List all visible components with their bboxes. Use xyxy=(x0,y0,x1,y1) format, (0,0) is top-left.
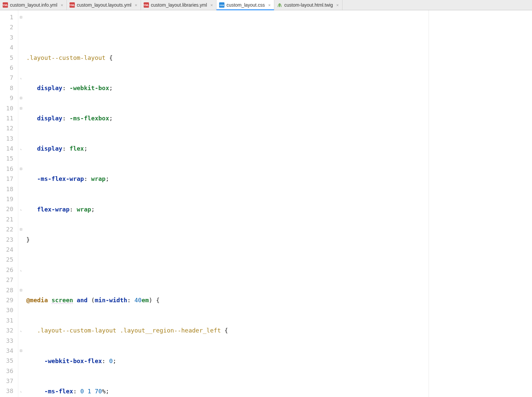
line-number: 27 xyxy=(0,275,13,285)
close-icon[interactable]: × xyxy=(268,3,271,8)
line-number: 26 xyxy=(0,265,13,275)
tab-label: custom-layout.html.twig xyxy=(284,2,333,8)
fold-marker[interactable]: ⊟ xyxy=(18,285,24,295)
line-number: 32 xyxy=(0,326,13,335)
fold-marker xyxy=(18,376,24,386)
line-number: 37 xyxy=(0,376,13,386)
fold-marker xyxy=(18,235,24,245)
fold-marker xyxy=(18,336,24,346)
fold-marker xyxy=(18,113,24,123)
fold-marker xyxy=(18,22,24,32)
line-number: 31 xyxy=(0,316,13,326)
code-area[interactable]: .layout--custom-layout { display: -webki… xyxy=(24,10,532,397)
line-number: 21 xyxy=(0,214,13,224)
tab-layouts-yml[interactable]: YML custom_layout.layouts.yml × xyxy=(67,0,141,10)
line-number: 17 xyxy=(0,174,13,184)
fold-marker[interactable]: ⌞ xyxy=(18,204,24,214)
right-margin-guide xyxy=(429,10,429,397)
fold-marker[interactable]: ⊟ xyxy=(18,12,24,22)
tab-label: custom_layout.layouts.yml xyxy=(77,2,131,8)
line-number-gutter: 1234567891011121314151617181920212223242… xyxy=(0,10,18,397)
close-icon[interactable]: × xyxy=(135,3,137,8)
code-line: .layout--custom-layout { xyxy=(26,53,532,63)
code-editor[interactable]: 1234567891011121314151617181920212223242… xyxy=(0,10,532,397)
line-number: 10 xyxy=(0,103,13,113)
fold-marker xyxy=(18,214,24,224)
line-number: 13 xyxy=(0,134,13,144)
fold-marker[interactable]: ⌞ xyxy=(18,265,24,275)
fold-marker xyxy=(18,83,24,93)
fold-marker xyxy=(18,255,24,265)
code-line: display: flex; xyxy=(26,144,532,154)
code-line: -ms-flex: 0 1 70%; xyxy=(26,386,532,396)
fold-marker[interactable]: ⌞ xyxy=(18,144,24,154)
code-line: -webkit-box-flex: 0; xyxy=(26,356,532,366)
fold-marker[interactable]: ⊟ xyxy=(18,103,24,113)
twig-file-icon xyxy=(277,2,282,8)
line-number: 2 xyxy=(0,22,13,32)
line-number: 36 xyxy=(0,366,13,376)
line-number: 9 xyxy=(0,93,13,103)
css-file-icon: css xyxy=(219,2,224,8)
line-number: 14 xyxy=(0,144,13,154)
fold-marker[interactable]: ⊟ xyxy=(18,224,24,234)
fold-marker[interactable]: ⌞ xyxy=(18,73,24,83)
fold-marker[interactable]: ⊟ xyxy=(18,164,24,174)
fold-marker[interactable]: ⊟ xyxy=(18,93,24,103)
yml-file-icon: YML xyxy=(69,2,75,8)
close-icon[interactable]: × xyxy=(336,3,339,8)
editor-tabs-bar: YML custom_layout.info.yml × YML custom_… xyxy=(0,0,532,10)
fold-marker xyxy=(18,356,24,366)
fold-marker[interactable]: ⊟ xyxy=(18,346,24,356)
line-number: 24 xyxy=(0,245,13,255)
fold-marker xyxy=(18,295,24,305)
line-number: 15 xyxy=(0,154,13,164)
fold-marker xyxy=(18,63,24,73)
yml-file-icon: YML xyxy=(144,2,149,8)
fold-column: ⊟⌞⊟⊟⌞⊟⌞⊟⌞⊟⌞⊟⌞ xyxy=(18,10,24,397)
line-number: 29 xyxy=(0,295,13,305)
fold-marker xyxy=(18,275,24,285)
line-number: 16 xyxy=(0,164,13,174)
tab-info-yml[interactable]: YML custom_layout.info.yml × xyxy=(0,0,67,10)
close-icon[interactable]: × xyxy=(61,3,63,8)
fold-marker xyxy=(18,194,24,204)
line-number: 5 xyxy=(0,53,13,63)
code-line: display: -webkit-box; xyxy=(26,83,532,93)
code-line: -ms-flex-wrap: wrap; xyxy=(26,174,532,184)
fold-marker xyxy=(18,245,24,255)
fold-marker xyxy=(18,123,24,133)
line-number: 22 xyxy=(0,224,13,234)
tab-libraries-yml[interactable]: YML custom_layout.libraries.yml × xyxy=(141,0,216,10)
line-number: 33 xyxy=(0,336,13,346)
line-number: 30 xyxy=(0,305,13,315)
line-number: 28 xyxy=(0,285,13,295)
close-icon[interactable]: × xyxy=(210,3,213,8)
line-number: 1 xyxy=(0,12,13,22)
line-number: 12 xyxy=(0,123,13,133)
tab-label: custom_layout.info.yml xyxy=(10,2,57,8)
line-number: 20 xyxy=(0,204,13,214)
code-line: flex-wrap: wrap; xyxy=(26,204,532,214)
fold-marker xyxy=(18,184,24,194)
code-line: display: -ms-flexbox; xyxy=(26,113,532,123)
line-number: 18 xyxy=(0,184,13,194)
fold-marker xyxy=(18,33,24,43)
fold-marker xyxy=(18,134,24,144)
line-number: 3 xyxy=(0,33,13,43)
fold-marker xyxy=(18,53,24,63)
fold-marker[interactable]: ⌞ xyxy=(18,386,24,396)
line-number: 25 xyxy=(0,255,13,265)
tab-twig[interactable]: custom-layout.html.twig × xyxy=(274,0,342,10)
line-number: 19 xyxy=(0,194,13,204)
fold-marker[interactable]: ⌞ xyxy=(18,326,24,335)
fold-marker xyxy=(18,305,24,315)
line-number: 8 xyxy=(0,83,13,93)
fold-marker xyxy=(18,316,24,326)
fold-marker xyxy=(18,43,24,53)
yml-file-icon: YML xyxy=(3,2,8,8)
fold-marker xyxy=(18,174,24,184)
line-number: 11 xyxy=(0,113,13,123)
tab-custom-layout-css[interactable]: css custom_layout.css × xyxy=(216,0,274,10)
line-number: 23 xyxy=(0,235,13,245)
